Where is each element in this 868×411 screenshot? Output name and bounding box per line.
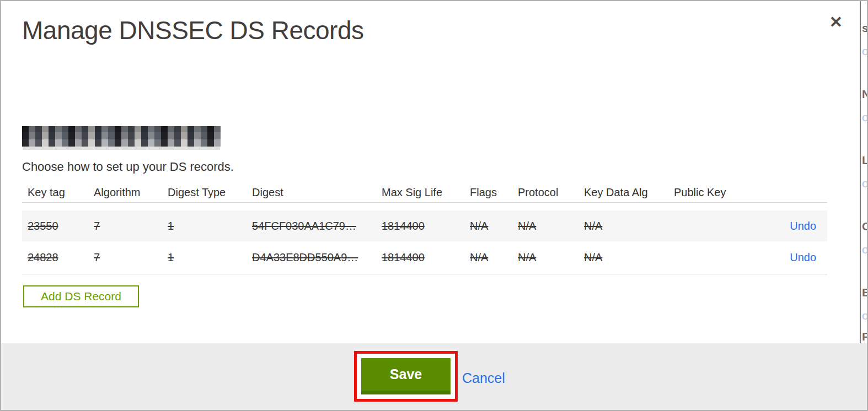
add-ds-record-button[interactable]: Add DS Record xyxy=(23,285,139,307)
table-row: 24828 7 1 D4A33E8DD550A9… 1814400 N/A N/… xyxy=(22,241,827,274)
cell-actions: Undo xyxy=(757,251,827,264)
background-text-fragment: s xyxy=(862,22,867,34)
cell-key-data-alg: N/A xyxy=(578,220,668,232)
cell-digest: D4A33E8DD550A9… xyxy=(247,251,376,264)
table-header-row: Key tag Algorithm Digest Type Digest Max… xyxy=(22,183,827,203)
cell-protocol: N/A xyxy=(512,251,578,264)
redacted-domain-name xyxy=(22,126,221,147)
undo-link[interactable]: Undo xyxy=(790,220,816,232)
column-header-digest-type: Digest Type xyxy=(162,186,247,199)
cell-max-sig-life: 1814400 xyxy=(376,220,464,232)
cell-digest-type: 1 xyxy=(162,251,247,264)
cell-algorithm: 7 xyxy=(88,251,162,264)
background-link-fragment: o xyxy=(862,310,867,321)
table-row: 23550 7 1 54FCF030AA1C79… 1814400 N/A N/… xyxy=(22,210,827,241)
cell-algorithm: 7 xyxy=(88,220,162,232)
cell-key-tag: 23550 xyxy=(22,220,88,232)
column-header-max-sig-life: Max Sig Life xyxy=(376,186,464,199)
background-text-fragment: P xyxy=(862,331,867,342)
background-text-fragment: E xyxy=(862,286,867,298)
cell-flags: N/A xyxy=(464,251,512,264)
background-link-fragment: o xyxy=(862,244,867,255)
cell-flags: N/A xyxy=(464,220,512,232)
cell-key-tag: 24828 xyxy=(22,251,88,264)
background-text-fragment: L xyxy=(862,154,867,166)
cell-digest: 54FCF030AA1C79… xyxy=(247,220,376,232)
background-link-fragment: o xyxy=(862,177,867,189)
column-header-key-data-alg: Key Data Alg xyxy=(578,186,668,199)
ds-records-table: Key tag Algorithm Digest Type Digest Max… xyxy=(22,183,827,274)
instruction-text: Choose how to set up your DS records. xyxy=(22,160,234,174)
background-text-fragment: C xyxy=(862,220,867,232)
column-header-protocol: Protocol xyxy=(512,186,578,199)
background-link-fragment: o xyxy=(862,111,867,123)
page-title: Manage DNSSEC DS Records xyxy=(22,15,363,45)
column-header-digest: Digest xyxy=(247,186,376,199)
cell-max-sig-life: 1814400 xyxy=(376,251,464,264)
background-link-fragment: o xyxy=(862,45,867,57)
close-icon[interactable]: ✕ xyxy=(826,12,846,32)
column-header-key-tag: Key tag xyxy=(22,186,88,199)
background-text-fragment: N xyxy=(862,88,867,100)
cancel-link[interactable]: Cancel xyxy=(462,370,505,386)
screenshot-frame: s o N o L o C o E o P o Manage DNSSEC DS… xyxy=(0,0,868,411)
column-header-algorithm: Algorithm xyxy=(88,186,162,199)
save-button[interactable]: Save xyxy=(361,358,451,394)
cell-protocol: N/A xyxy=(512,220,578,232)
column-header-public-key: Public Key xyxy=(668,186,757,199)
undo-link[interactable]: Undo xyxy=(790,251,816,263)
table-header-gap xyxy=(22,203,827,210)
cell-key-data-alg: N/A xyxy=(578,251,668,264)
modal-footer: Save Cancel xyxy=(1,343,867,410)
cell-digest-type: 1 xyxy=(162,220,247,232)
column-header-flags: Flags xyxy=(464,186,512,199)
red-annotation-box: Save xyxy=(354,351,458,402)
cell-actions: Undo xyxy=(757,220,827,232)
manage-dnssec-modal: Manage DNSSEC DS Records ✕ Choose how to… xyxy=(1,1,860,343)
